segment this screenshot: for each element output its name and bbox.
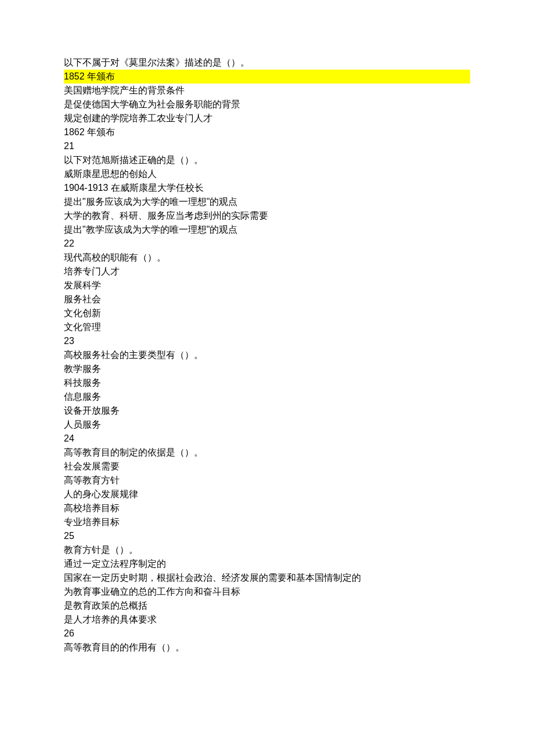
option: 大学的教育、科研、服务应当考虑到州的实际需要 bbox=[64, 209, 470, 223]
question-number: 24 bbox=[64, 432, 470, 446]
question-stem: 以下不属于对《莫里尔法案》描述的是（）。 bbox=[64, 56, 470, 70]
option: 高校培养目标 bbox=[64, 501, 470, 515]
option: 提出"服务应该成为大学的唯一理想"的观点 bbox=[64, 195, 470, 209]
option: 通过一定立法程序制定的 bbox=[64, 557, 470, 571]
question-number: 25 bbox=[64, 529, 470, 543]
option: 科技服务 bbox=[64, 376, 470, 390]
question-stem: 高等教育目的的作用有（）。 bbox=[64, 641, 470, 654]
question-stem: 以下对范旭斯描述正确的是（）。 bbox=[64, 153, 470, 167]
question-stem: 教育方针是（）。 bbox=[64, 543, 470, 557]
option: 人员服务 bbox=[64, 418, 470, 432]
option: 为教育事业确立的总的工作方向和奋斗目标 bbox=[64, 585, 470, 599]
option: 服务社会 bbox=[64, 292, 470, 306]
option: 发展科学 bbox=[64, 278, 470, 292]
option: 培养专门人才 bbox=[64, 265, 470, 278]
option: 规定创建的学院培养工农业专门人才 bbox=[64, 111, 470, 125]
option: 人的身心发展规律 bbox=[64, 487, 470, 501]
option: 威斯康星思想的创始人 bbox=[64, 167, 470, 181]
question-number: 21 bbox=[64, 139, 470, 153]
option: 文化创新 bbox=[64, 306, 470, 320]
option: 高等教育方针 bbox=[64, 473, 470, 487]
question-number: 26 bbox=[64, 627, 470, 641]
option: 提出"教学应该成为大学的唯一理想"的观点 bbox=[64, 223, 470, 237]
question-stem: 高校服务社会的主要类型有（）。 bbox=[64, 348, 470, 362]
question-number: 22 bbox=[64, 237, 470, 251]
option: 国家在一定历史时期，根据社会政治、经济发展的需要和基本国情制定的 bbox=[64, 571, 470, 585]
question-stem: 现代高校的职能有（）。 bbox=[64, 251, 470, 265]
option: 专业培养目标 bbox=[64, 515, 470, 529]
question-stem: 高等教育目的制定的依据是（）。 bbox=[64, 446, 470, 460]
option: 美国赠地学院产生的背景条件 bbox=[64, 84, 470, 97]
option: 文化管理 bbox=[64, 320, 470, 334]
option: 1862 年颁布 bbox=[64, 125, 470, 139]
option: 1904-1913 在威斯康星大学任校长 bbox=[64, 181, 470, 195]
option-highlighted: 1852 年颁布 bbox=[64, 70, 470, 84]
option: 是人才培养的具体要求 bbox=[64, 613, 470, 627]
option: 是促使德国大学确立为社会服务职能的背景 bbox=[64, 97, 470, 111]
option: 社会发展需要 bbox=[64, 460, 470, 473]
option: 教学服务 bbox=[64, 362, 470, 376]
document-page: { "q20":{"stem":"以下不属于对《莫里尔法案》描述的是（）。","… bbox=[0, 0, 534, 756]
question-number: 23 bbox=[64, 334, 470, 348]
option: 信息服务 bbox=[64, 390, 470, 404]
option: 设备开放服务 bbox=[64, 404, 470, 418]
option: 是教育政策的总概括 bbox=[64, 599, 470, 613]
